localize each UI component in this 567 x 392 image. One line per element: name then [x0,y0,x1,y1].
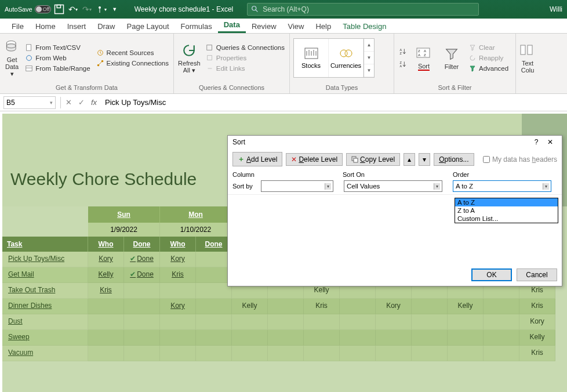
task-name[interactable]: Take Out Trash [2,283,88,299]
fx-icon[interactable]: fx [88,98,100,107]
tab-pagelayout[interactable]: Page Layout [121,20,175,33]
move-down-button[interactable]: ▾ [419,153,430,166]
cell[interactable] [412,330,448,346]
existing-connections-button[interactable]: Existing Connections [95,59,170,68]
datatypes-gallery[interactable]: Stocks Currencies ▲ ▼ ▼ [293,38,375,78]
cell[interactable]: Kory [160,299,196,314]
cell[interactable] [484,299,519,314]
cell[interactable] [196,267,232,283]
refresh-all-button[interactable]: Refresh All ▾ [177,35,201,81]
cell[interactable] [376,346,412,361]
recent-sources-button[interactable]: Recent Sources [95,48,170,57]
cell[interactable] [124,330,160,346]
cell[interactable] [448,330,484,346]
qat-more-icon[interactable]: ▼ [109,3,121,15]
cell[interactable] [304,314,340,330]
gallery-up-icon[interactable]: ▲ [364,39,374,52]
cell[interactable] [88,330,124,346]
copy-level-button[interactable]: Copy Level [346,153,400,166]
search-input[interactable]: Search (Alt+Q) [247,3,479,16]
from-text-csv-button[interactable]: From Text/CSV [24,43,91,52]
cell[interactable]: Kris [304,299,340,314]
sort-button[interactable]: ZAAZ Sort [412,35,436,81]
options-button[interactable]: Options... [434,153,474,166]
cell[interactable] [232,314,268,330]
queries-connections-button[interactable]: Queries & Connections [205,43,286,52]
sortby-select[interactable] [261,180,333,192]
from-table-button[interactable]: From Table/Range [24,64,91,73]
sorton-select[interactable]: Cell Values [344,180,442,192]
cell[interactable] [376,330,412,346]
formula-input[interactable] [100,96,567,109]
gallery-more-icon[interactable]: ▼ [364,64,374,77]
cell[interactable] [196,314,232,330]
col-done[interactable]: Done [124,237,160,252]
cell[interactable] [448,346,484,361]
task-name[interactable]: Vacuum [2,346,88,361]
tab-tabledesign[interactable]: Table Design [337,20,392,33]
stocks-datatype[interactable]: Stocks [294,39,329,77]
cell[interactable] [88,299,124,314]
tab-file[interactable]: File [6,20,30,33]
cell[interactable] [340,330,376,346]
order-option-atoz[interactable]: A to Z [455,198,558,206]
undo-icon[interactable]: ↶▾ [67,3,79,15]
cell[interactable] [124,299,160,314]
task-name[interactable]: Get Mail [2,267,88,283]
cell[interactable] [196,330,232,346]
cell[interactable] [232,346,268,361]
cell[interactable]: Kelly [88,267,124,283]
cell[interactable] [484,314,519,330]
cell[interactable] [160,346,196,361]
cancel-formula-icon[interactable]: ✕ [62,98,75,107]
cell[interactable] [448,314,484,330]
cell[interactable]: ✔Done [124,252,160,267]
order-option-ztoa[interactable]: Z to A [455,206,558,215]
cell[interactable]: Kory [519,314,555,330]
cell[interactable]: Kory [376,299,412,314]
col-done2[interactable]: Done [196,237,232,252]
cell[interactable] [304,346,340,361]
cell[interactable] [412,299,448,314]
col-task[interactable]: Task [2,237,88,252]
cell[interactable] [268,299,304,314]
cell[interactable] [340,346,376,361]
name-box[interactable]: B5 [3,96,56,109]
cell[interactable] [412,346,448,361]
tab-formulas[interactable]: Formulas [175,20,218,33]
cell[interactable] [124,346,160,361]
order-option-custom[interactable]: Custom List... [455,215,558,223]
task-name[interactable]: Sweep [2,330,88,346]
user-name[interactable]: Willi [550,5,562,13]
cell[interactable] [412,314,448,330]
cell[interactable] [268,330,304,346]
cell[interactable] [196,299,232,314]
cell[interactable]: Kory [88,252,124,267]
filter-button[interactable]: Filter [439,35,464,81]
task-name[interactable]: Dust [2,314,88,330]
cell[interactable]: Kelly [519,330,555,346]
cell[interactable] [340,314,376,330]
cell[interactable]: Kris [519,299,555,314]
cell[interactable] [232,330,268,346]
headers-checkbox[interactable]: My data has headers [483,155,557,164]
cell[interactable] [268,314,304,330]
col-who[interactable]: Who [88,237,124,252]
tab-help[interactable]: Help [310,20,337,33]
currencies-datatype[interactable]: Currencies [329,39,364,77]
cell[interactable] [484,330,519,346]
cell[interactable] [196,283,232,299]
sort-za-button[interactable]: ZA [398,60,408,69]
cell[interactable]: Kelly [232,299,268,314]
toggle-off-icon[interactable]: Off [35,5,51,13]
dialog-help-button[interactable]: ? [529,138,543,146]
advanced-button[interactable]: Advanced [467,64,510,73]
order-select[interactable]: A to Z [453,180,551,192]
cell[interactable] [88,314,124,330]
cell[interactable] [196,346,232,361]
cell[interactable] [160,314,196,330]
ok-button[interactable]: OK [471,268,512,281]
from-web-button[interactable]: From Web [24,53,91,63]
tab-insert[interactable]: Insert [61,20,92,33]
accept-formula-icon[interactable]: ✓ [75,98,88,107]
